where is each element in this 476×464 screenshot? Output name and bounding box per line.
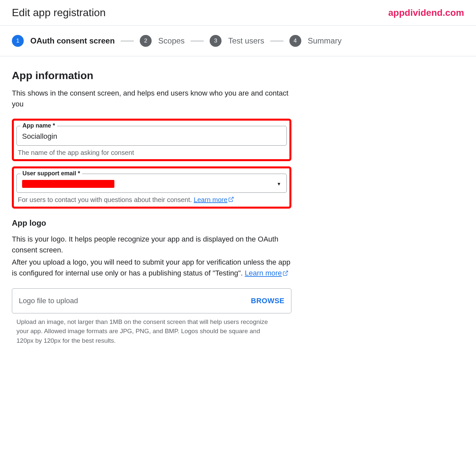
app-info-heading: App information: [12, 70, 291, 82]
app-logo-desc-2: After you upload a logo, you will need t…: [12, 257, 291, 279]
support-email-highlight: User support email * ▼ For users to cont…: [12, 166, 291, 209]
step-number-2: 2: [140, 35, 152, 47]
logo-upload-box[interactable]: Logo file to upload BROWSE: [12, 288, 291, 313]
step-oauth-consent[interactable]: 1 OAuth consent screen: [12, 35, 115, 47]
app-name-label: App name *: [20, 122, 57, 129]
app-name-field: App name *: [16, 126, 287, 146]
support-email-help-text: For users to contact you with questions …: [18, 196, 194, 203]
step-number-3: 3: [210, 35, 222, 47]
page-header: Edit app registration appdividend.com: [0, 0, 476, 26]
app-name-input[interactable]: [22, 132, 281, 141]
support-email-field: User support email * ▼: [16, 174, 287, 193]
app-logo-learn-more-link[interactable]: Learn more: [245, 269, 289, 277]
external-link-icon: [228, 196, 234, 204]
logo-upload-label: Logo file to upload: [19, 297, 78, 305]
step-connector: [121, 41, 134, 41]
step-number-4: 4: [289, 35, 301, 47]
app-logo-desc-1: This is your logo. It helps people recog…: [12, 234, 291, 255]
external-link-icon: [283, 268, 288, 279]
step-test-users[interactable]: 3 Test users: [210, 35, 264, 47]
step-connector: [270, 41, 283, 41]
logo-upload-help: Upload an image, not larger than 1MB on …: [12, 317, 291, 346]
svg-line-0: [230, 197, 233, 200]
browse-button[interactable]: BROWSE: [251, 297, 284, 305]
chevron-down-icon: ▼: [277, 181, 281, 187]
step-connector: [191, 41, 204, 41]
app-info-desc: This shows in the consent screen, and he…: [12, 88, 291, 109]
step-label-2: Scopes: [158, 36, 185, 45]
step-label-4: Summary: [308, 36, 342, 45]
main-content: App information This shows in the consen…: [0, 56, 303, 359]
step-number-1: 1: [12, 35, 24, 47]
app-name-highlight: App name * The name of the app asking fo…: [12, 119, 291, 161]
step-summary[interactable]: 4 Summary: [289, 35, 342, 47]
svg-line-1: [285, 271, 288, 274]
watermark: appdividend.com: [388, 8, 464, 18]
support-email-help: For users to contact you with questions …: [16, 196, 287, 204]
stepper: 1 OAuth consent screen 2 Scopes 3 Test u…: [0, 26, 476, 56]
support-email-label: User support email *: [20, 170, 82, 177]
support-email-learn-more-link[interactable]: Learn more: [194, 196, 234, 203]
step-label-1: OAuth consent screen: [30, 36, 115, 45]
app-logo-heading: App logo: [12, 218, 291, 228]
page-title: Edit app registration: [12, 7, 106, 19]
step-label-3: Test users: [228, 36, 264, 45]
redacted-email: [22, 180, 114, 188]
step-scopes[interactable]: 2 Scopes: [140, 35, 185, 47]
app-name-help: The name of the app asking for consent: [16, 149, 287, 157]
